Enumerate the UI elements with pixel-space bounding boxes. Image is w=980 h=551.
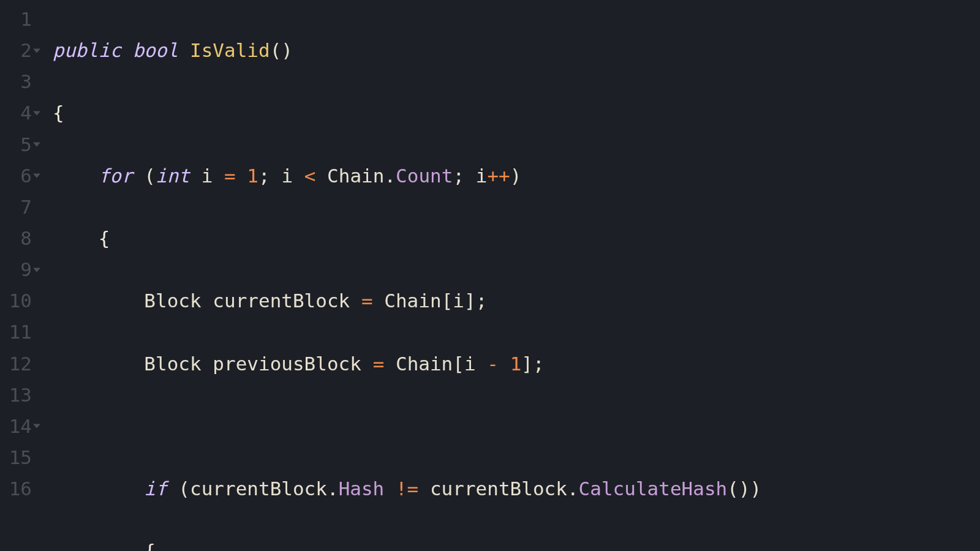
code-line: { — [53, 223, 980, 254]
code-line: if (currentBlock.Hash != currentBlock.Ca… — [53, 473, 980, 504]
code-line: { — [53, 97, 980, 129]
line-number: 16 — [0, 473, 32, 504]
line-number: 11 — [0, 317, 32, 348]
fold-marker-icon[interactable] — [33, 143, 40, 147]
code-content[interactable]: public bool IsValid() { for (int i = 1; … — [39, 4, 980, 551]
line-number: 3 — [0, 66, 32, 97]
line-number: 7 — [0, 192, 32, 223]
line-number: 8 — [0, 223, 32, 254]
line-number: 10 — [0, 285, 32, 317]
line-number: 15 — [0, 442, 32, 473]
code-line: Block previousBlock = Chain[i - 1]; — [53, 348, 980, 380]
code-line: public bool IsValid() — [53, 35, 980, 66]
fold-marker-icon[interactable] — [33, 424, 40, 429]
line-number: 1 — [0, 4, 32, 35]
code-editor[interactable]: 1 2 3 4 5 6 7 8 9 10 11 12 13 14 15 16 p… — [0, 0, 980, 551]
line-number: 9 — [0, 254, 32, 285]
line-number: 6 — [0, 160, 32, 192]
line-number: 4 — [0, 97, 32, 129]
fold-marker-icon[interactable] — [33, 268, 40, 272]
line-number: 2 — [0, 35, 32, 66]
line-number-gutter: 1 2 3 4 5 6 7 8 9 10 11 12 13 14 15 16 — [0, 4, 39, 551]
line-number: 5 — [0, 129, 32, 160]
fold-marker-icon[interactable] — [33, 48, 40, 53]
line-number: 12 — [0, 348, 32, 380]
code-line — [53, 411, 980, 442]
code-line: Block currentBlock = Chain[i]; — [53, 285, 980, 317]
line-number: 13 — [0, 380, 32, 411]
fold-marker-icon[interactable] — [33, 174, 40, 178]
code-line: for (int i = 1; i < Chain.Count; i++) — [53, 160, 980, 192]
code-line: { — [53, 536, 980, 551]
line-number: 14 — [0, 411, 32, 442]
fold-marker-icon[interactable] — [33, 111, 40, 115]
